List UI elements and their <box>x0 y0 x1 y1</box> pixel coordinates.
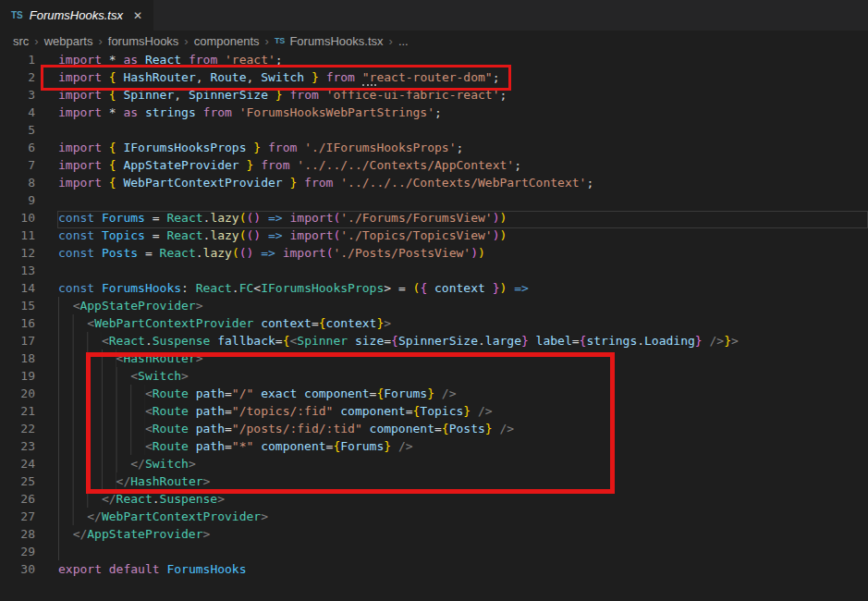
line-number[interactable]: 11 <box>0 227 35 244</box>
line-number[interactable]: 3 <box>0 86 35 104</box>
code-line[interactable]: 8import { WebPartContextProvider } from … <box>0 174 868 191</box>
line-number[interactable]: 23 <box>0 437 35 455</box>
code-editor[interactable]: 1import * as React from 'react';2import … <box>0 51 868 601</box>
code-line[interactable]: 3import { Spinner, SpinnerSize } from 'o… <box>0 86 868 104</box>
code-token: from <box>297 176 340 190</box>
code-token: React <box>166 211 202 225</box>
line-number[interactable]: 15 <box>0 297 35 314</box>
code-line[interactable]: 29 <box>0 543 868 560</box>
code-token: : <box>181 281 196 295</box>
line-number[interactable]: 21 <box>0 402 35 420</box>
code-line[interactable]: 28</AppStateProvider> <box>0 525 868 543</box>
code-line[interactable]: 19<Switch> <box>0 367 868 385</box>
code-token: </ <box>130 457 145 471</box>
code-token: ( <box>239 211 247 225</box>
code-line[interactable]: 20<Route path="/" exact component={Forum… <box>0 385 868 402</box>
line-number[interactable]: 14 <box>0 279 35 297</box>
code-line[interactable]: 10const Forums = React.lazy(() => import… <box>0 209 868 227</box>
code-line[interactable]: 25</HashRouter> <box>0 472 868 490</box>
code-line[interactable]: 7import { AppStateProvider } from '../..… <box>0 156 868 174</box>
breadcrumb-item-forumsHooks[interactable]: forumsHooks <box>108 34 179 48</box>
code-token: import <box>58 88 109 102</box>
line-number[interactable]: 4 <box>0 104 35 121</box>
code-token: "r <box>362 70 377 86</box>
breadcrumb-ellipsis[interactable]: ... <box>398 34 409 48</box>
code-line[interactable]: 24</Switch> <box>0 455 868 472</box>
breadcrumb-item-components[interactable]: components <box>194 34 260 48</box>
code-token: < <box>145 404 153 418</box>
line-number[interactable]: 26 <box>0 490 35 508</box>
code-line[interactable]: 21<Route path="/topics/:fid" component={… <box>0 402 868 420</box>
code-line[interactable]: 13 <box>0 262 868 279</box>
line-number[interactable]: 17 <box>0 332 35 350</box>
code-line[interactable]: 9 <box>0 191 868 209</box>
breadcrumb-item-webparts[interactable]: webparts <box>44 34 93 48</box>
line-number[interactable]: 27 <box>0 508 35 525</box>
line-number[interactable]: 18 <box>0 350 35 367</box>
code-line[interactable]: 2import { HashRouter, Route, Switch } fr… <box>0 68 868 86</box>
line-number[interactable]: 20 <box>0 385 35 402</box>
code-token: "/" <box>232 386 253 400</box>
line-number[interactable]: 9 <box>0 191 35 209</box>
line-number[interactable]: 7 <box>0 156 35 174</box>
code-token: Switch <box>145 457 189 471</box>
breadcrumb: src›webparts›forumsHooks›components›TSFo… <box>0 31 868 51</box>
code-text: </Switch> <box>58 455 196 472</box>
code-token: { <box>442 422 449 435</box>
line-number[interactable]: 25 <box>0 472 35 490</box>
indent-guide <box>58 314 87 332</box>
code-line[interactable]: 5 <box>0 121 868 139</box>
code-line[interactable]: 26</React.Suspense> <box>0 490 868 508</box>
line-number[interactable]: 19 <box>0 367 35 385</box>
code-token: ) <box>500 228 507 242</box>
code-line[interactable]: 6import { IForumsHooksProps } from './IF… <box>0 139 868 156</box>
line-number[interactable]: 1 <box>0 51 35 68</box>
code-line[interactable]: 15<AppStateProvider> <box>0 297 868 314</box>
indent-guide <box>58 437 145 455</box>
breadcrumb-item-src[interactable]: src <box>13 34 29 48</box>
code-line[interactable]: 16<WebPartContextProvider context={conte… <box>0 314 868 332</box>
line-number[interactable]: 2 <box>0 68 35 86</box>
tab-forumshooks[interactable]: TS ForumsHooks.tsx ✕ <box>0 0 153 31</box>
code-line[interactable]: 1import * as React from 'react'; <box>0 51 868 68</box>
code-line[interactable]: 4import * as strings from 'ForumsHooksWe… <box>0 104 868 121</box>
line-number[interactable]: 12 <box>0 244 35 262</box>
code-text: <Route path="/" exact component={Forums}… <box>58 385 457 402</box>
code-line[interactable]: 11const Topics = React.lazy(() => import… <box>0 227 868 244</box>
code-token: > <box>261 509 268 523</box>
close-icon[interactable]: ✕ <box>133 9 142 22</box>
code-line[interactable]: 27</WebPartContextProvider> <box>0 508 868 525</box>
line-number[interactable]: 24 <box>0 455 35 472</box>
code-line[interactable]: 14const ForumsHooks: React.FC<IForumsHoo… <box>0 279 868 297</box>
chevron-right-icon: › <box>97 34 103 48</box>
code-token: component <box>297 386 369 400</box>
code-token: } <box>247 141 262 154</box>
code-line[interactable]: 23<Route path="*" component={Forums} /> <box>0 437 868 455</box>
code-token: * <box>109 53 124 67</box>
line-number[interactable]: 30 <box>0 560 35 578</box>
code-line[interactable]: 18<HashRouter> <box>0 350 868 367</box>
code-token: ) <box>478 246 485 260</box>
code-line[interactable]: 12const Posts = React.lazy(() => import(… <box>0 244 868 262</box>
code-token: > <box>203 474 211 488</box>
code-text: </WebPartContextProvider> <box>58 508 268 525</box>
line-number[interactable]: 29 <box>0 543 35 560</box>
code-line[interactable]: 30export default ForumsHooks <box>0 560 868 578</box>
code-text: const Forums = React.lazy(() => import('… <box>58 209 507 227</box>
code-token: import <box>290 228 334 242</box>
line-number[interactable]: 28 <box>0 525 35 543</box>
code-token: { <box>109 141 124 154</box>
code-token: './Forums/ForumsView' <box>340 211 492 225</box>
code-token: eact-router-dom" <box>376 70 492 84</box>
line-number[interactable]: 5 <box>0 121 35 139</box>
line-number[interactable]: 16 <box>0 314 35 332</box>
breadcrumb-item-file[interactable]: ForumsHooks.tsx <box>289 34 383 48</box>
line-number[interactable]: 8 <box>0 174 35 191</box>
line-number[interactable]: 22 <box>0 420 35 437</box>
code-line[interactable]: 22<Route path="/posts/:fid/:tid" compone… <box>0 420 868 437</box>
code-line[interactable]: 17<React.Suspense fallback={<Spinner siz… <box>0 332 868 350</box>
line-number[interactable]: 6 <box>0 139 35 156</box>
line-number[interactable]: 10 <box>0 209 35 227</box>
code-token: from <box>189 53 225 67</box>
line-number[interactable]: 13 <box>0 262 35 279</box>
